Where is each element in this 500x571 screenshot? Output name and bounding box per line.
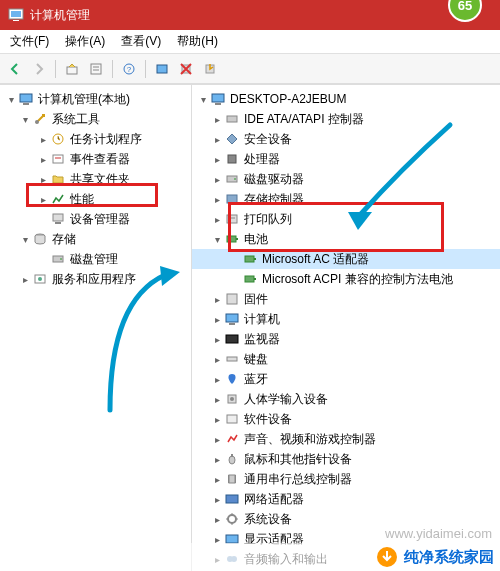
expand-icon[interactable]: ▸ xyxy=(210,434,224,445)
tree-services-apps[interactable]: ▸ 服务和应用程序 xyxy=(0,269,191,289)
expand-icon[interactable]: ▸ xyxy=(210,194,224,205)
tree-label: 存储 xyxy=(52,231,76,248)
tree-performance[interactable]: ▸ 性能 xyxy=(0,189,191,209)
expand-icon[interactable]: ▸ xyxy=(210,294,224,305)
tree-device-manager[interactable]: 设备管理器 xyxy=(0,209,191,229)
svg-rect-31 xyxy=(227,195,237,203)
expand-icon[interactable]: ▸ xyxy=(210,394,224,405)
device-item[interactable]: ▸鼠标和其他指针设备 xyxy=(192,449,500,469)
device-root[interactable]: ▾ DESKTOP-A2JEBUM xyxy=(192,89,500,109)
device-ac-adapter[interactable]: Microsoft AC 适配器 xyxy=(192,249,500,269)
expand-icon[interactable]: ▸ xyxy=(210,414,224,425)
expand-icon[interactable]: ▾ xyxy=(4,94,18,105)
expand-icon[interactable]: ▾ xyxy=(210,234,224,245)
properties-button[interactable] xyxy=(85,58,107,80)
menu-file[interactable]: 文件(F) xyxy=(4,31,55,52)
tree-label: Microsoft ACPI 兼容的控制方法电池 xyxy=(262,271,453,288)
tree-label: 任务计划程序 xyxy=(70,131,142,148)
svg-rect-18 xyxy=(53,214,63,221)
menu-view[interactable]: 查看(V) xyxy=(115,31,167,52)
device-acpi-battery[interactable]: Microsoft ACPI 兼容的控制方法电池 xyxy=(192,269,500,289)
tree-label: 计算机 xyxy=(244,311,280,328)
svg-rect-47 xyxy=(227,415,237,423)
tree-root-computer-management[interactable]: ▾ 计算机管理(本地) xyxy=(0,89,191,109)
device-item[interactable]: ▸处理器 xyxy=(192,149,500,169)
device-item[interactable]: ▸人体学输入设备 xyxy=(192,389,500,409)
device-item[interactable]: ▸固件 xyxy=(192,289,500,309)
menu-action[interactable]: 操作(A) xyxy=(59,31,111,52)
menu-help[interactable]: 帮助(H) xyxy=(171,31,224,52)
svg-point-54 xyxy=(228,515,236,523)
expand-icon[interactable]: ▸ xyxy=(210,374,224,385)
tree-task-scheduler[interactable]: ▸ 任务计划程序 xyxy=(0,129,191,149)
device-icon xyxy=(224,211,240,227)
tree-shared-folders[interactable]: ▸ 共享文件夹 xyxy=(0,169,191,189)
device-item[interactable]: ▸存储控制器 xyxy=(192,189,500,209)
tree-label: DESKTOP-A2JEBUM xyxy=(230,92,346,106)
forward-button[interactable] xyxy=(28,58,50,80)
expand-icon[interactable]: ▸ xyxy=(210,114,224,125)
footer: 纯净系统家园 xyxy=(0,543,500,571)
expand-icon[interactable]: ▸ xyxy=(36,194,50,205)
tree-event-viewer[interactable]: ▸ 事件查看器 xyxy=(0,149,191,169)
expand-icon[interactable]: ▸ xyxy=(210,474,224,485)
device-item[interactable]: ▸软件设备 xyxy=(192,409,500,429)
tree-label: 设备管理器 xyxy=(70,211,130,228)
up-button[interactable] xyxy=(61,58,83,80)
event-icon xyxy=(50,151,66,167)
device-icon xyxy=(224,351,240,367)
help-button[interactable]: ? xyxy=(118,58,140,80)
svg-rect-34 xyxy=(227,236,236,242)
svg-rect-27 xyxy=(227,116,237,122)
expand-icon[interactable]: ▾ xyxy=(18,234,32,245)
expand-icon[interactable]: ▸ xyxy=(210,154,224,165)
uninstall-button[interactable] xyxy=(175,58,197,80)
svg-rect-36 xyxy=(245,256,254,262)
tree-label: IDE ATA/ATAPI 控制器 xyxy=(244,111,364,128)
expand-icon[interactable]: ▸ xyxy=(18,274,32,285)
device-battery[interactable]: ▾ 电池 xyxy=(192,229,500,249)
update-button[interactable] xyxy=(199,58,221,80)
expand-icon[interactable]: ▸ xyxy=(210,334,224,345)
device-item[interactable]: ▸监视器 xyxy=(192,329,500,349)
expand-icon[interactable]: ▸ xyxy=(210,454,224,465)
device-item[interactable]: ▸安全设备 xyxy=(192,129,500,149)
expand-icon[interactable]: ▸ xyxy=(210,354,224,365)
expand-icon[interactable]: ▸ xyxy=(210,214,224,225)
disk-icon xyxy=(50,251,66,267)
folder-icon xyxy=(50,171,66,187)
expand-icon[interactable]: ▸ xyxy=(210,514,224,525)
tree-system-tools[interactable]: ▾ 系统工具 xyxy=(0,109,191,129)
svg-rect-42 xyxy=(229,323,235,325)
back-button[interactable] xyxy=(4,58,26,80)
tree-storage[interactable]: ▾ 存储 xyxy=(0,229,191,249)
expand-icon[interactable]: ▸ xyxy=(210,314,224,325)
expand-icon[interactable]: ▸ xyxy=(36,134,50,145)
expand-icon[interactable]: ▸ xyxy=(210,174,224,185)
svg-rect-55 xyxy=(226,535,238,543)
tree-label: 磁盘管理 xyxy=(70,251,118,268)
device-item[interactable]: ▸网络适配器 xyxy=(192,489,500,509)
expand-icon[interactable]: ▸ xyxy=(210,134,224,145)
device-item[interactable]: ▸打印队列 xyxy=(192,209,500,229)
device-item[interactable]: ▸声音、视频和游戏控制器 xyxy=(192,429,500,449)
tree-disk-management[interactable]: 磁盘管理 xyxy=(0,249,191,269)
footer-text: 纯净系统家园 xyxy=(404,548,494,567)
device-item[interactable]: ▸IDE ATA/ATAPI 控制器 xyxy=(192,109,500,129)
device-icon xyxy=(224,311,240,327)
svg-rect-53 xyxy=(226,495,238,503)
svg-rect-43 xyxy=(226,335,238,343)
scan-button[interactable] xyxy=(151,58,173,80)
device-item[interactable]: ▸磁盘驱动器 xyxy=(192,169,500,189)
expand-icon[interactable]: ▸ xyxy=(210,494,224,505)
device-item[interactable]: ▸键盘 xyxy=(192,349,500,369)
device-icon xyxy=(224,131,240,147)
expand-icon[interactable]: ▸ xyxy=(36,174,50,185)
svg-rect-51 xyxy=(228,475,229,483)
expand-icon[interactable]: ▾ xyxy=(18,114,32,125)
device-item[interactable]: ▸蓝牙 xyxy=(192,369,500,389)
expand-icon[interactable]: ▾ xyxy=(196,94,210,105)
device-item[interactable]: ▸通用串行总线控制器 xyxy=(192,469,500,489)
expand-icon[interactable]: ▸ xyxy=(36,154,50,165)
device-item[interactable]: ▸计算机 xyxy=(192,309,500,329)
